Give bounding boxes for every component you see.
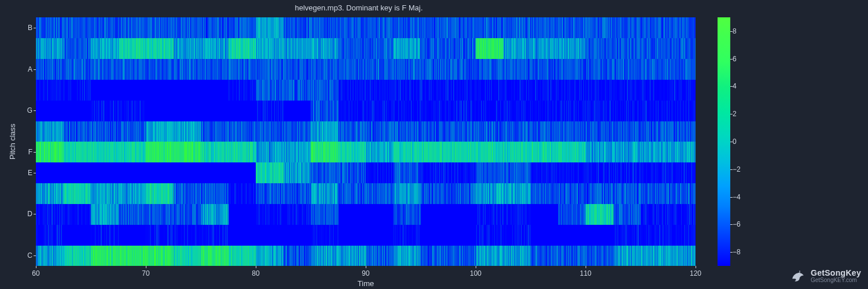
watermark-line1a: GetSong <box>811 268 845 277</box>
x-tick: 90 <box>362 269 369 277</box>
colorbar-tick: 2 <box>733 110 737 118</box>
y-axis: Pitch class CDEFGAB <box>0 17 36 266</box>
y-tick: D <box>27 210 32 218</box>
x-tick: 100 <box>470 269 481 277</box>
colorbar: −8−6−4−202468 <box>718 17 730 266</box>
heatmap-canvas <box>36 17 696 266</box>
watermark-line1: GetSongKey <box>811 269 861 277</box>
x-tick: 120 <box>690 269 701 277</box>
watermark-line1b: Key <box>845 268 861 277</box>
y-tick: E <box>28 169 32 177</box>
watermark: GetSongKey GetSongKEY.com <box>790 268 861 284</box>
svg-rect-1 <box>799 271 800 274</box>
colorbar-tick: 6 <box>733 55 737 63</box>
y-tick: F <box>28 148 32 156</box>
y-tick: A <box>28 65 32 73</box>
bird-note-icon <box>790 268 806 284</box>
colorbar-tick: −6 <box>733 220 741 228</box>
colorbar-tick: −8 <box>733 248 741 256</box>
colorbar-tick: −2 <box>733 165 741 173</box>
x-axis: 60708090100110120 Time <box>36 266 696 289</box>
plot-area <box>36 17 696 266</box>
y-tick: G <box>27 106 32 114</box>
x-tick: 70 <box>142 269 149 277</box>
y-axis-label: Pitch class <box>8 124 17 160</box>
x-tick: 60 <box>32 269 39 277</box>
y-tick: B <box>28 24 32 32</box>
colorbar-tick: 4 <box>733 82 737 90</box>
chart-title: helvegen.mp3. Dominant key is F Maj. <box>0 3 718 12</box>
watermark-line2: GetSongKEY.com <box>811 277 861 284</box>
colorbar-tick: 8 <box>733 27 737 35</box>
colorbar-tick: −4 <box>733 193 741 201</box>
x-tick: 80 <box>252 269 259 277</box>
y-tick: C <box>27 251 32 260</box>
x-axis-label: Time <box>358 279 374 288</box>
x-tick: 110 <box>580 269 591 277</box>
colorbar-gradient <box>718 17 730 266</box>
colorbar-tick: 0 <box>733 138 737 146</box>
chromagram-chart: helvegen.mp3. Dominant key is F Maj. Pit… <box>0 0 868 289</box>
